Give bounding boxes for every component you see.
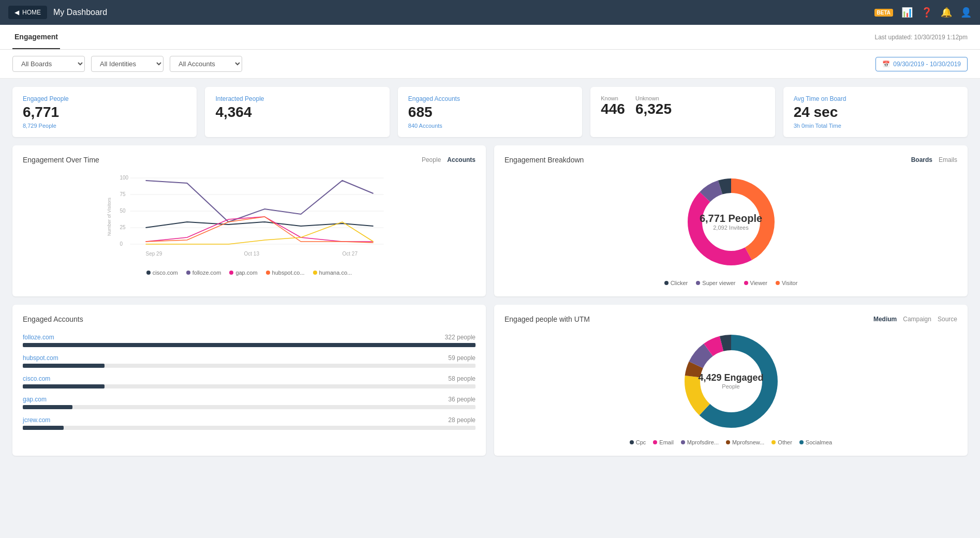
user-avatar[interactable]: 👤 — [960, 7, 972, 18]
account-bar — [23, 343, 476, 347]
account-list-item: folloze.com 322 people — [23, 334, 476, 347]
interacted-people-card: Interacted People 4,364 — [205, 87, 389, 137]
tab-medium[interactable]: Medium — [873, 316, 897, 323]
hubspot-label: hubspot.co... — [272, 270, 305, 276]
tab-accounts[interactable]: Accounts — [447, 156, 476, 163]
superviewer-dot — [696, 281, 700, 285]
mprofsnew-label: Mprofsnew... — [732, 439, 764, 445]
account-name[interactable]: hubspot.com — [23, 354, 58, 362]
legend-humana: humana.co... — [313, 270, 352, 276]
known-value: 446 — [601, 101, 625, 117]
tab-people[interactable]: People — [422, 156, 441, 163]
donut-center: 6,771 People 2,092 Invitees — [700, 213, 762, 231]
calendar-icon: 📅 — [882, 61, 890, 68]
engaged-accounts-card: Engaged Accounts 685 840 Accounts — [398, 87, 582, 137]
visitor-label: Visitor — [782, 280, 797, 286]
engagement-over-time-title: Engagement Over Time — [23, 156, 99, 164]
other-dot — [771, 440, 776, 444]
notifications-icon[interactable]: 🔔 — [941, 7, 952, 18]
cpc-dot — [630, 440, 634, 444]
legend-clicker: Clicker — [664, 280, 688, 286]
accounts-list: folloze.com 322 people hubspot.com 59 pe… — [23, 334, 476, 430]
account-name[interactable]: jcrew.com — [23, 416, 50, 424]
account-bar-bg — [23, 364, 476, 368]
svg-text:75: 75 — [120, 191, 126, 197]
identities-filter[interactable]: All Identities — [91, 56, 164, 72]
legend-visitor: Visitor — [776, 280, 797, 286]
accounts-list-header: Engaged Accounts — [23, 315, 476, 323]
account-name[interactable]: folloze.com — [23, 334, 54, 341]
gap-label: gap.com — [235, 270, 257, 276]
avg-time-card: Avg Time on Board 24 sec 3h 0min Total T… — [783, 87, 968, 137]
breakdown-title: Engagement Breakdown — [504, 156, 584, 164]
humana-dot — [313, 271, 317, 275]
viewer-dot — [744, 281, 748, 285]
page-title: My Dashboard — [53, 8, 107, 17]
home-button[interactable]: ◀ HOME — [8, 6, 47, 19]
tab-campaign[interactable]: Campaign — [903, 316, 931, 323]
utm-card: Engaged people with UTM Medium Campaign … — [494, 305, 968, 456]
svg-text:0: 0 — [120, 241, 123, 247]
utm-donut-area: 4,429 Engaged People — [504, 330, 957, 433]
date-range-filter[interactable]: 📅 09/30/2019 - 10/30/2019 — [875, 57, 968, 71]
cisco-dot — [146, 271, 151, 275]
legend-other: Other — [771, 439, 792, 445]
unknown-value: 6,325 — [635, 101, 672, 117]
legend-cisco: cisco.com — [146, 270, 178, 276]
svg-text:50: 50 — [120, 208, 126, 214]
utm-center-sub: People — [698, 383, 763, 390]
accounts-filter[interactable]: All Accounts — [170, 56, 242, 72]
svg-text:Sep 29: Sep 29 — [146, 251, 162, 257]
engagement-over-time-card: Engagement Over Time People Accounts 100… — [12, 145, 486, 296]
filters-row: All Boards All Identities All Accounts 📅… — [0, 50, 980, 79]
accounts-scroll-container[interactable]: folloze.com 322 people hubspot.com 59 pe… — [23, 330, 476, 437]
help-icon[interactable]: ❓ — [921, 7, 932, 18]
account-name[interactable]: cisco.com — [23, 375, 50, 382]
email-label: Email — [659, 439, 674, 445]
utm-center-value: 4,429 Engaged — [698, 372, 763, 383]
avg-time-label: Avg Time on Board — [794, 95, 957, 102]
engaged-accounts-list-card: Engaged Accounts folloze.com 322 people … — [12, 305, 486, 456]
account-list-item: jcrew.com 28 people — [23, 416, 476, 430]
utm-tabs: Medium Campaign Source — [873, 316, 957, 323]
hubspot-dot — [266, 271, 270, 275]
chart-legend: cisco.com folloze.com gap.com hubspot.co… — [23, 270, 476, 276]
viewer-label: Viewer — [750, 280, 767, 286]
account-bar-bg — [23, 384, 476, 388]
line-chart-area: 100 75 50 25 0 Number of Visitors Sep 29… — [23, 170, 476, 263]
breakdown-legend: Clicker Super viewer Viewer Visitor — [504, 280, 957, 286]
tab-boards[interactable]: Boards — [911, 156, 932, 163]
account-count: 322 people — [445, 334, 476, 341]
account-name[interactable]: gap.com — [23, 396, 47, 403]
subheader: Engagement Last updated: 10/30/2019 1:12… — [0, 25, 980, 50]
visitor-dot — [776, 281, 780, 285]
chart-icon[interactable]: 📊 — [901, 7, 913, 18]
cpc-label: Cpc — [636, 439, 646, 445]
other-label: Other — [778, 439, 792, 445]
accounts-list-title: Engaged Accounts — [23, 315, 83, 323]
legend-gap: gap.com — [229, 270, 257, 276]
utm-donut-center: 4,429 Engaged People — [698, 372, 763, 390]
tab-source[interactable]: Source — [938, 316, 957, 323]
engagement-tab[interactable]: Engagement — [12, 25, 60, 49]
tab-emails[interactable]: Emails — [939, 156, 957, 163]
account-bar — [23, 426, 64, 430]
gap-dot — [229, 271, 233, 275]
last-updated: Last updated: 10/30/2019 1:12pm — [875, 34, 968, 41]
account-count: 59 people — [448, 354, 476, 362]
account-bar — [23, 364, 105, 368]
folloze-label: folloze.com — [192, 270, 221, 276]
svg-text:100: 100 — [120, 175, 129, 181]
account-count: 28 people — [448, 416, 476, 424]
legend-viewer: Viewer — [744, 280, 767, 286]
boards-filter[interactable]: All Boards — [12, 56, 85, 72]
breakdown-tabs: Boards Emails — [911, 156, 957, 163]
interacted-people-label: Interacted People — [215, 95, 379, 102]
engagement-tabs: People Accounts — [422, 156, 476, 163]
arrow-left-icon: ◀ — [14, 9, 19, 16]
mprofsdire-label: Mprofsdire... — [687, 439, 719, 445]
donut-area: 6,771 People 2,092 Invitees — [504, 170, 957, 274]
chart-header: Engagement Over Time People Accounts — [23, 156, 476, 164]
account-count: 36 people — [448, 396, 476, 403]
svg-text:Number of Visitors: Number of Visitors — [107, 197, 112, 235]
